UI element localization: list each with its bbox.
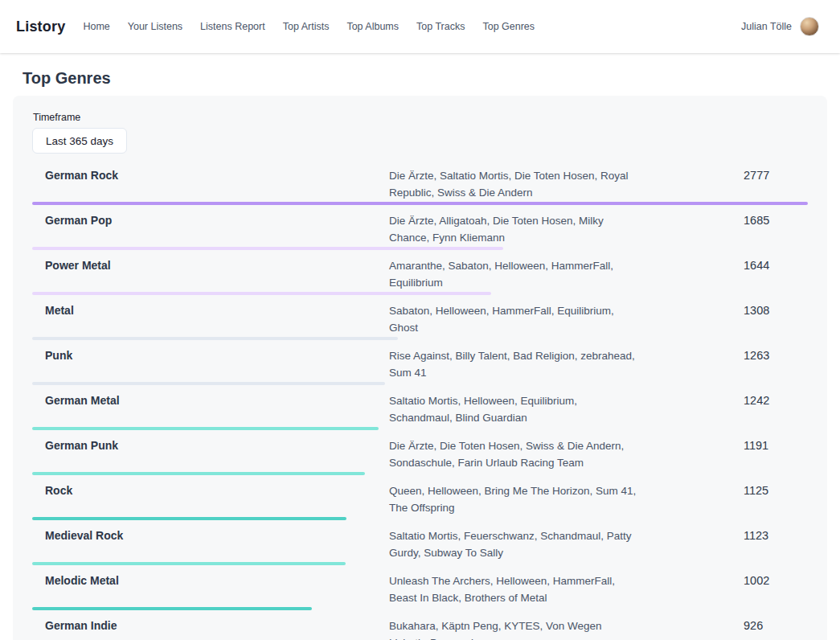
genre-row: Metal Sabaton, Helloween, HammerFall, Eq… xyxy=(32,295,808,340)
genre-artists: Unleash The Archers, Helloween, HammerFa… xyxy=(389,572,637,606)
user-menu[interactable]: Julian Tölle xyxy=(741,17,819,36)
nav-your-listens[interactable]: Your Listens xyxy=(128,21,182,32)
genre-artists: Die Ärzte, Die Toten Hosen, Swiss & Die … xyxy=(389,437,637,471)
genre-row: German Indie Bukahara, Käptn Peng, KYTES… xyxy=(32,610,808,640)
genre-count: 1644 xyxy=(744,257,808,274)
genre-name: Rock xyxy=(32,482,389,499)
user-name: Julian Tölle xyxy=(741,21,792,32)
genre-row: Melodic Metal Unleash The Archers, Hello… xyxy=(32,565,808,610)
genre-artists: Queen, Helloween, Bring Me The Horizon, … xyxy=(389,482,637,516)
genre-artists: Sabaton, Helloween, HammerFall, Equilibr… xyxy=(389,302,637,336)
genre-count: 1685 xyxy=(744,212,808,229)
genre-count: 926 xyxy=(744,617,808,634)
nav-top-artists[interactable]: Top Artists xyxy=(283,21,330,32)
genre-artists: Bukahara, Käptn Peng, KYTES, Von Wegen L… xyxy=(389,617,637,640)
genre-row: German Punk Die Ärzte, Die Toten Hosen, … xyxy=(32,430,808,475)
main-content: Top Genres Timeframe Last 365 days Germa… xyxy=(0,69,840,640)
genre-count: 1308 xyxy=(744,302,808,319)
genre-artists: Saltatio Mortis, Helloween, Equilibrium,… xyxy=(389,392,637,426)
genre-count: 1123 xyxy=(744,527,808,544)
top-genres-card: Timeframe Last 365 days German Rock Die … xyxy=(13,96,827,640)
nav-top-genres[interactable]: Top Genres xyxy=(482,21,535,32)
genre-count: 1125 xyxy=(744,482,808,499)
genre-name: Punk xyxy=(32,347,389,364)
genre-row: German Metal Saltatio Mortis, Helloween,… xyxy=(32,385,808,430)
genre-name: German Punk xyxy=(32,437,389,454)
genre-artists: Amaranthe, Sabaton, Helloween, HammerFal… xyxy=(389,257,637,291)
nav-home[interactable]: Home xyxy=(83,21,109,32)
genre-count: 1242 xyxy=(744,392,808,409)
genre-row: Punk Rise Against, Billy Talent, Bad Rel… xyxy=(32,340,808,385)
genre-artists: Rise Against, Billy Talent, Bad Religion… xyxy=(389,347,637,381)
timeframe-select[interactable]: Last 365 days xyxy=(32,128,127,154)
genre-count: 1263 xyxy=(744,347,808,364)
nav-top-tracks[interactable]: Top Tracks xyxy=(416,21,465,32)
genre-artists: Saltatio Mortis, Feuerschwanz, Schandmau… xyxy=(389,527,637,561)
user-avatar xyxy=(800,17,819,36)
page-title: Top Genres xyxy=(23,69,827,88)
genre-name: German Indie xyxy=(32,617,389,634)
genre-name: German Metal xyxy=(32,392,389,409)
genre-count: 2777 xyxy=(744,167,808,184)
genre-name: German Pop xyxy=(32,212,389,229)
genre-row: Medieval Rock Saltatio Mortis, Feuerschw… xyxy=(32,520,808,565)
genre-row: German Rock Die Ärzte, Saltatio Mortis, … xyxy=(32,160,808,205)
timeframe-label: Timeframe xyxy=(33,112,808,123)
nav-listens-report[interactable]: Listens Report xyxy=(200,21,265,32)
nav-top-albums[interactable]: Top Albums xyxy=(346,21,399,32)
genre-artists: Die Ärzte, Saltatio Mortis, Die Toten Ho… xyxy=(389,167,637,201)
genre-name: Melodic Metal xyxy=(32,572,389,589)
genre-count: 1191 xyxy=(744,437,808,454)
main-nav: Home Your Listens Listens Report Top Art… xyxy=(83,21,535,32)
genre-count: 1002 xyxy=(744,572,808,589)
genre-name: Medieval Rock xyxy=(32,527,389,544)
genre-row: German Pop Die Ärzte, Alligatoah, Die To… xyxy=(32,205,808,250)
genre-name: Power Metal xyxy=(32,257,389,274)
genre-artists: Die Ärzte, Alligatoah, Die Toten Hosen, … xyxy=(389,212,637,246)
genre-name: German Rock xyxy=(32,167,389,184)
app-logo[interactable]: Listory xyxy=(16,18,65,35)
genre-row: Rock Queen, Helloween, Bring Me The Hori… xyxy=(32,475,808,520)
genres-table: German Rock Die Ärzte, Saltatio Mortis, … xyxy=(32,160,808,640)
navbar: Listory Home Your Listens Listens Report… xyxy=(0,0,840,53)
genre-row: Power Metal Amaranthe, Sabaton, Hellowee… xyxy=(32,250,808,295)
genre-name: Metal xyxy=(32,302,389,319)
